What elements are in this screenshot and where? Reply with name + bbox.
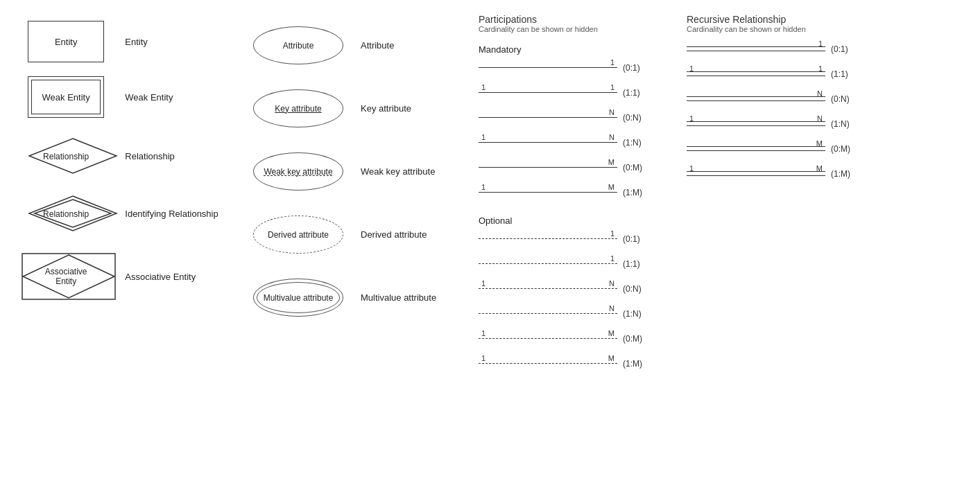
part-mandatory-0n: N (0:N): [479, 107, 680, 128]
weak-key-attribute-label: Weak key attribute: [354, 166, 472, 177]
participations-panel: Participations Cardinality can be shown …: [472, 14, 680, 378]
part-mandatory-01: 1 (0:1): [479, 58, 680, 78]
part-line-1n: 1 N: [479, 132, 617, 153]
participations-header: Participations Cardinality can be shown …: [479, 14, 680, 33]
identifying-relationship-shape-cell: Relationship: [14, 195, 118, 233]
derived-attribute-shape-cell: Derived attribute: [243, 215, 354, 254]
part-opt-line-0m: 1 M: [479, 328, 617, 349]
part-optional-11: 1 (1:1): [479, 254, 680, 274]
derived-attribute-row: Derived attribute Derived attribute: [243, 203, 472, 266]
rec-0n: N (0:N): [687, 89, 888, 109]
entity-legend-panel: Entity Entity Weak Entity Weak Entity: [7, 14, 243, 378]
part-line-0m: M: [479, 157, 617, 178]
rec-01: 1 (0:1): [687, 39, 888, 60]
key-attribute-shape-cell: Key attribute: [243, 89, 354, 127]
key-attribute-label: Key attribute: [354, 103, 472, 114]
key-attribute-row: Key attribute Key attribute: [243, 77, 472, 140]
key-attribute-shape-label: Key attribute: [275, 104, 321, 114]
rec-line-11: 1 1: [687, 64, 825, 85]
key-attribute-shape: Key attribute: [253, 89, 343, 127]
part-mandatory-1n: 1 N (1:N): [479, 132, 680, 153]
multivalue-attribute-shape: Multivalue attribute: [253, 279, 343, 317]
relationship-shape-label: Relationship: [43, 152, 89, 161]
weak-entity-shape-label: Weak Entity: [42, 92, 90, 103]
part-optional-01: 1 (0:1): [479, 229, 680, 249]
recursive-header: Recursive Relationship Cardinality can b…: [687, 14, 888, 33]
rec-line-1n: 1 N: [687, 114, 825, 134]
part-opt-line-01: 1: [479, 229, 617, 249]
relationship-shape: Relationship: [28, 137, 104, 175]
entity-row: Entity Entity: [7, 14, 243, 69]
attribute-shape-label: Attribute: [283, 41, 314, 51]
derived-attribute-shape-label: Derived attribute: [268, 230, 329, 240]
associative-entity-shape-label: AssociativeEntity: [45, 267, 87, 286]
weak-key-attribute-shape-cell: Weak key attribute: [243, 152, 354, 191]
weak-entity-inner: Weak Entity: [31, 80, 101, 114]
part-opt-line-1n: N: [479, 303, 617, 324]
part-line-0n: N: [479, 107, 617, 128]
part-optional-1n: N (1:N): [479, 303, 680, 324]
entity-shape: Entity: [28, 21, 104, 62]
rec-line-01: 1: [687, 39, 825, 60]
rec-0m: M (0:M): [687, 139, 888, 159]
part-mandatory-11: 1 1 (1:1): [479, 82, 680, 103]
recursive-panel: Recursive Relationship Cardinality can b…: [680, 14, 888, 378]
attribute-label: Attribute: [354, 40, 472, 51]
weak-key-attribute-shape: Weak key attribute: [253, 152, 343, 191]
associative-entity-shape-cell: AssociativeEntity: [14, 252, 118, 301]
part-line-11: 1 1: [479, 82, 617, 103]
weak-key-attribute-shape-label: Weak key attribute: [264, 167, 332, 177]
part-optional-1m: 1 M (1:M): [479, 353, 680, 374]
multivalue-attribute-row: Multivalue attribute Multivalue attribut…: [243, 266, 472, 329]
identifying-relationship-shape: Relationship: [28, 195, 104, 233]
rec-11: 1 1 (1:1): [687, 64, 888, 85]
part-opt-line-1m: 1 M: [479, 353, 617, 374]
identifying-relationship-row: Relationship Identifying Relationship: [7, 188, 243, 245]
derived-attribute-shape: Derived attribute: [253, 215, 343, 254]
weak-entity-row: Weak Entity Weak Entity: [7, 69, 243, 125]
rec-1m: 1 M (1:M): [687, 164, 888, 184]
participations-title: Participations: [479, 14, 680, 25]
mandatory-label: Mandatory: [479, 44, 680, 55]
rec-line-0n: N: [687, 89, 825, 109]
multivalue-attribute-label: Multivalue attribute: [354, 292, 472, 303]
part-line-1m: 1 M: [479, 182, 617, 203]
weak-key-attribute-row: Weak key attribute Weak key attribute: [243, 140, 472, 203]
entity-label: Entity: [118, 37, 243, 47]
attribute-shape-cell: Attribute: [243, 26, 354, 64]
multivalue-attribute-shape-cell: Multivalue attribute: [243, 279, 354, 317]
optional-label: Optional: [479, 215, 680, 226]
rec-line-1m: 1 M: [687, 164, 825, 184]
identifying-relationship-shape-label: Relationship: [43, 209, 89, 219]
attribute-legend-panel: Attribute Attribute Key attribute Key at…: [243, 14, 472, 378]
associative-entity-label: Associative Entity: [118, 272, 243, 282]
attribute-row: Attribute Attribute: [243, 14, 472, 77]
attribute-shape: Attribute: [253, 26, 343, 64]
part-mandatory-0m: M (0:M): [479, 157, 680, 178]
identifying-relationship-label: Identifying Relationship: [118, 209, 243, 219]
rec-1n: 1 N (1:N): [687, 114, 888, 134]
main-page: Entity Entity Weak Entity Weak Entity: [0, 0, 980, 392]
weak-entity-label: Weak Entity: [118, 92, 243, 103]
part-optional-0n: 1 N (0:N): [479, 279, 680, 299]
associative-entity-row: AssociativeEntity Associative Entity: [7, 245, 243, 308]
weak-entity-shape-cell: Weak Entity: [14, 76, 118, 118]
relationship-row: Relationship Relationship: [7, 125, 243, 188]
rec-line-0m: M: [687, 139, 825, 159]
participations-subtitle: Cardinality can be shown or hidden: [479, 25, 680, 33]
part-mandatory-1m: 1 M (1:M): [479, 182, 680, 203]
part-optional-0m: 1 M (0:M): [479, 328, 680, 349]
part-opt-line-11: 1: [479, 254, 617, 274]
part-opt-line-0n: 1 N: [479, 279, 617, 299]
multivalue-attribute-shape-label: Multivalue attribute: [264, 293, 334, 303]
derived-attribute-label: Derived attribute: [354, 229, 472, 240]
entity-shape-cell: Entity: [14, 21, 118, 62]
relationship-label: Relationship: [118, 151, 243, 161]
associative-entity-shape: AssociativeEntity: [21, 252, 111, 301]
entity-shape-label: Entity: [55, 37, 78, 47]
recursive-title: Recursive Relationship: [687, 14, 888, 25]
relationship-shape-cell: Relationship: [14, 137, 118, 175]
weak-entity-shape: Weak Entity: [28, 76, 104, 118]
recursive-subtitle: Cardinality can be shown or hidden: [687, 25, 888, 33]
part-line-01: 1: [479, 58, 617, 78]
